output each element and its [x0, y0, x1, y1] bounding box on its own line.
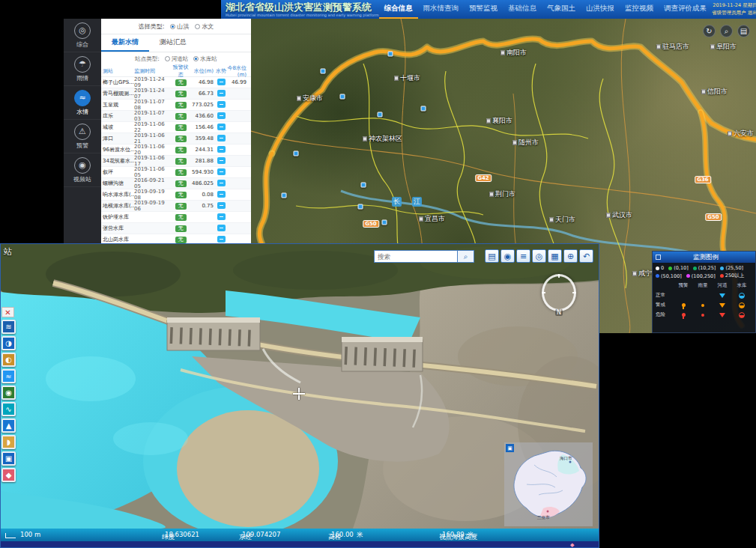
globe-button[interactable]: ⊕: [563, 249, 578, 263]
sidebar-item[interactable]: ◎ 综合: [64, 19, 101, 52]
station-marker-icon[interactable]: [321, 69, 326, 74]
station-name: 响水潭水库(...: [101, 191, 134, 198]
station-name: 铁炉垭水库: [101, 213, 134, 221]
table-row[interactable]: 铁炉垭水库 无: [101, 212, 251, 223]
ripple-tool[interactable]: ≈: [1, 369, 16, 383]
alert-status: 无: [171, 136, 190, 142]
monitor-spiral-tool[interactable]: ◉: [1, 386, 16, 400]
list-button[interactable]: ≡: [516, 249, 530, 263]
radio-hydrology[interactable]: 水文: [195, 22, 214, 31]
close-icon[interactable]: ✕: [1, 307, 14, 317]
sidebar-item[interactable]: ◉ 视频站: [64, 153, 101, 187]
reset-view-button[interactable]: ↻: [703, 25, 716, 37]
legend-collapse-icon[interactable]: [656, 255, 661, 260]
station-marker-icon[interactable]: [340, 94, 345, 100]
image-button[interactable]: ▦: [548, 249, 562, 263]
minimap-inset[interactable]: ▣ 海口市 三亚市: [504, 442, 593, 526]
status-badge: 无: [175, 91, 187, 97]
table-row[interactable]: 玉皇观 2019-11-07 08 无 773.025: [101, 100, 251, 111]
alert-status: 无: [171, 237, 190, 243]
water-trend: [215, 168, 227, 177]
flood-waves-tool[interactable]: ≋: [1, 320, 16, 334]
nav-item[interactable]: 山洪快报: [581, 0, 620, 19]
river-triangle-icon: [719, 293, 725, 298]
search-icon[interactable]: ⌕: [458, 250, 474, 263]
radio-dot: [195, 24, 200, 29]
panel-tab[interactable]: 最新水情: [101, 34, 149, 52]
monitor-time: 2019-11-06 20: [134, 144, 171, 156]
sidebar-item-label: 视频站: [73, 175, 91, 183]
station-marker-icon[interactable]: [388, 52, 393, 57]
glacier-tool[interactable]: ▲: [1, 418, 16, 433]
station-marker-icon[interactable]: [294, 151, 299, 156]
status-badge: 无: [175, 124, 187, 131]
radio-river-station[interactable]: 河道站: [165, 55, 189, 63]
panel-tabs: 最新水情 测站汇总: [101, 34, 251, 52]
station-marker-icon[interactable]: [382, 220, 387, 225]
table-row[interactable]: 张营水库 无: [101, 223, 251, 234]
table-row[interactable]: 响水潭水库(... 2019-09-19 08 无 0.08: [101, 189, 251, 201]
minimap-island: [504, 442, 593, 526]
legend-header[interactable]: 监测图例: [653, 252, 755, 263]
alert-status: 无: [171, 203, 190, 210]
nav-item[interactable]: 监控视频: [620, 0, 659, 19]
figure-frame-tool[interactable]: ▣: [1, 451, 16, 466]
nav-item[interactable]: 基础信息: [503, 0, 542, 19]
nav-item[interactable]: 综合信息: [379, 0, 418, 19]
table-row[interactable]: 螺蛳沟塘 2016-09-21 05 无 486.025: [101, 178, 251, 189]
nav-item-label: 基础信息: [508, 4, 536, 13]
boat-tool[interactable]: ◆: [1, 468, 16, 482]
3d-viewer-window: 站 ⌕ ▤◉≡◎▦⊕↶ N ✕ ≋◑◐≈◉∿▲◗▣◆ ▣ 海口市 三亚市 100…: [0, 243, 599, 548]
scale-bracket-icon: [5, 533, 16, 538]
table-row[interactable]: 庄乐 2019-11-07 03 无 436.60: [101, 111, 251, 122]
eye-button[interactable]: ◎: [532, 249, 546, 263]
water-level: 46.98: [190, 79, 215, 85]
search-input[interactable]: [374, 250, 458, 263]
compass-ring[interactable]: N: [542, 274, 576, 311]
sand-swirl-tool[interactable]: ◐: [1, 353, 16, 367]
layers-button[interactable]: ▤: [737, 25, 750, 37]
radio-reservoir-station[interactable]: 水库站: [193, 55, 217, 63]
station-marker-icon[interactable]: [358, 204, 363, 210]
table-row[interactable]: 潭口 2019-11-06 21 无 359.48: [101, 133, 251, 144]
splash-tool[interactable]: ∿: [1, 402, 16, 416]
nav-item[interactable]: 调查评价成果: [659, 0, 712, 19]
nav-item[interactable]: 气象国土: [542, 0, 581, 19]
table-row[interactable]: 地横潭水库(... 2019-09-19 06 无 0.75: [101, 201, 251, 212]
table-row[interactable]: 叙坪 2019-11-06 05 无 594.930: [101, 167, 251, 178]
dune-tool[interactable]: ◗: [1, 435, 16, 449]
station-marker-icon[interactable]: [421, 106, 426, 112]
sidebar-item[interactable]: ☂ 雨情: [64, 52, 101, 86]
camera-button[interactable]: ◉: [501, 249, 515, 263]
legend-bin-dot: [656, 274, 659, 278]
station-marker-icon[interactable]: [361, 183, 366, 188]
table-row[interactable]: 青马棚观测... 2019-11-24 07 无 66.73: [101, 88, 251, 100]
app-title: 湖北省省级山洪灾害监测预警系统: [226, 2, 379, 12]
river-triangle-icon: [719, 313, 725, 317]
header-date: 2019-11-24 星期日: [712, 2, 756, 10]
nav-item[interactable]: 雨水情查询: [418, 0, 465, 19]
water-trend: [215, 101, 227, 109]
legend-row-normal: 正常: [656, 290, 752, 300]
minimap-toggle-icon[interactable]: ▣: [506, 444, 514, 452]
trend-steady-icon: [217, 146, 226, 153]
station-name: 榔子山GPS...: [101, 79, 134, 86]
nav-item[interactable]: 预警监视: [464, 0, 503, 19]
back-button[interactable]: ↶: [579, 249, 593, 263]
table-row[interactable]: 34花筑蓄水... 2019-11-06 17 无 281.88: [101, 156, 251, 167]
panel-tab[interactable]: 测站汇总: [149, 34, 197, 52]
table-row[interactable]: 96岩渡水位... 2019-11-06 20 无 244.31: [101, 144, 251, 156]
zoom-search-button[interactable]: ⌕: [720, 25, 733, 37]
header-user[interactable]: 省级管理员用户 退出: [712, 10, 756, 17]
chart-edit-button[interactable]: ▤: [485, 249, 499, 263]
radio-mountain-flood[interactable]: 山洪: [170, 22, 189, 31]
table-row[interactable]: 城坡 2019-11-06 22 无 156.46: [101, 122, 251, 133]
sidebar-item[interactable]: ≈ 水情: [64, 86, 101, 120]
water-swirl-tool[interactable]: ◑: [1, 336, 16, 350]
station-filter-label: 站点类型:: [135, 55, 160, 63]
station-marker-icon[interactable]: [282, 193, 287, 198]
station-marker-icon[interactable]: [378, 112, 383, 118]
sidebar-item[interactable]: ⚠ 预警: [64, 120, 101, 153]
trend-steady-icon: [217, 79, 226, 85]
table-row[interactable]: 榔子山GPS... 2019-11-24 09 无 46.98 46.99: [101, 77, 251, 88]
